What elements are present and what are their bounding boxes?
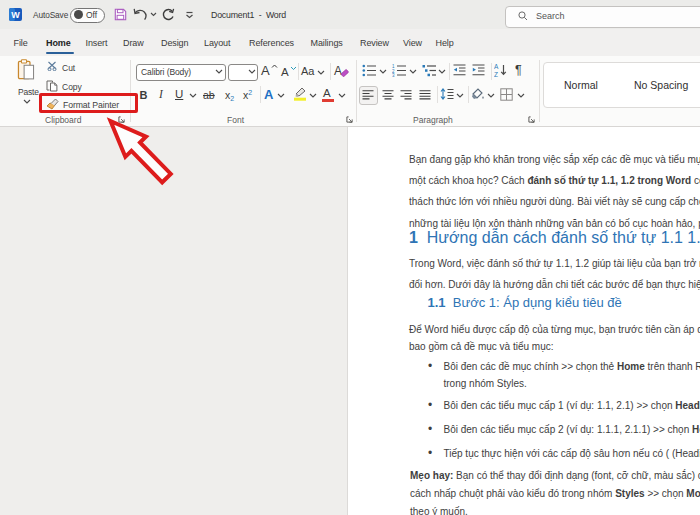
svg-text:3: 3 <box>392 73 395 77</box>
svg-text:W: W <box>11 10 20 20</box>
svg-text:Z: Z <box>494 71 498 78</box>
svg-text:A: A <box>494 63 499 70</box>
